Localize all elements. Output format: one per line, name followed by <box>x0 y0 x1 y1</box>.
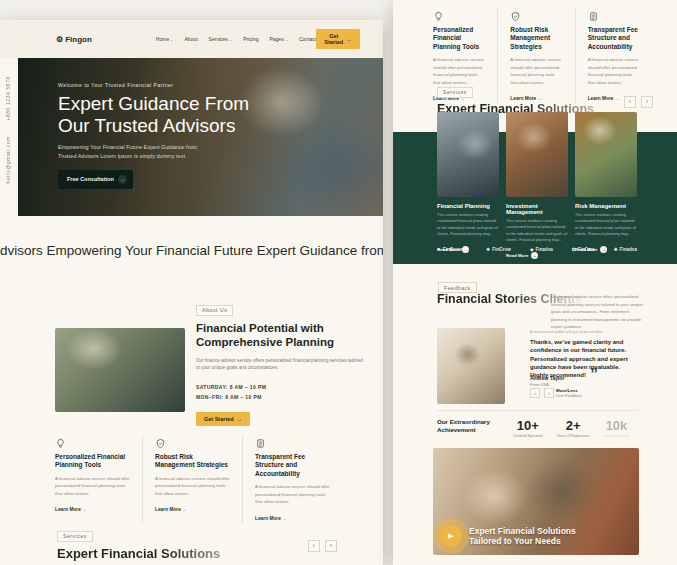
feature-title: Personalized Financial Planning Tools <box>55 453 130 470</box>
hours-weekdays: MON–FRI: 8 AM – 10 PM <box>196 392 372 403</box>
phone-vertical[interactable]: +880 1234 5678 <box>5 76 11 121</box>
left-page-screenshot: ⚙ Fingon Home⌄ About Services⌄ Pricing P… <box>0 20 383 565</box>
opening-hours: SATURDAY: 8 AM – 10 PM MON–FRI: 8 AM – 1… <box>196 382 372 403</box>
next-arrow-button[interactable]: › <box>544 388 554 398</box>
prev-arrow-button[interactable]: ‹ <box>624 96 636 108</box>
logo-mark-icon: ✦ <box>437 247 441 252</box>
service-card-title: Risk Management <box>575 203 637 209</box>
pager-label: More/Less <box>556 388 582 393</box>
video-caption: Expert Financial Solutions Tailored to Y… <box>469 526 576 546</box>
feature-title: Transparent Fee Structure and Accountabi… <box>255 453 330 478</box>
hero-eyebrow: Welcome to Your Trusted Financial Partne… <box>58 82 288 88</box>
about-body: Our finance advisor service offers perso… <box>196 357 364 372</box>
stat-label: Satisfied Clients <box>604 434 630 438</box>
quote-mark-icon: ” <box>590 366 598 384</box>
fee-document-icon <box>588 8 599 19</box>
chevron-down-icon: ⌄ <box>229 37 232 42</box>
play-icon[interactable]: ▶ <box>440 525 462 547</box>
risk-shield-icon <box>510 8 521 19</box>
nav-item-pages[interactable]: Pages⌄ <box>269 36 288 42</box>
services-section-header: Services Expert Financial Solutions ‹ › <box>437 80 653 116</box>
hero-subtitle: Empowering Your Financial Future Expert … <box>58 143 208 161</box>
hero-copy: Welcome to Your Trusted Financial Partne… <box>58 82 288 189</box>
testimonial-arrows: ‹ › <box>530 388 554 398</box>
stat-label: Years Of Experience <box>557 434 590 438</box>
service-card-title: Financial Planning <box>437 203 499 209</box>
about-eyebrow: About Us <box>196 305 233 316</box>
service-card-risk-management: Risk Management This service involves cr… <box>575 112 637 261</box>
learn-more-link[interactable]: Learn More → <box>55 507 87 512</box>
service-card-financial-planning: Financial Planning This service involves… <box>437 112 499 261</box>
feature-body: A financial advisor service should offer… <box>55 475 130 497</box>
testimonial-label: A very massive public acting in to be ex… <box>530 330 603 334</box>
arrow-right-icon: → <box>282 516 287 521</box>
email-vertical[interactable]: hello@gmail.com <box>5 136 11 183</box>
prev-arrow-button[interactable]: ‹ <box>530 388 540 398</box>
marquee-text: Advisors Empowering Your Financial Futur… <box>0 239 383 262</box>
fee-document-icon <box>255 435 266 446</box>
read-more-button[interactable]: Read More→ <box>506 252 538 259</box>
prev-arrow-button[interactable]: ‹ <box>308 540 320 552</box>
marquee-ticker: Advisors Empowering Your Financial Futur… <box>0 238 383 262</box>
carousel-arrows: ‹ › <box>624 96 653 108</box>
service-card-body: This service involves creating customize… <box>506 218 568 243</box>
service-card-body: This service involves creating customize… <box>437 212 499 237</box>
feedback-intro: Our finance advisor service offers perso… <box>551 293 643 331</box>
stats-title: Our Extraordinary Achievement <box>437 418 499 434</box>
testimonial-quote: Thanks, we’ve gained clarity and confide… <box>530 338 640 379</box>
partner-logo: ✪FinCare <box>572 247 595 252</box>
arrow-right-icon: → <box>531 252 538 259</box>
testimonial-origin: From USA <box>530 382 549 387</box>
logo-text: Fingon <box>65 35 92 44</box>
service-card-body: This service involves creating customize… <box>575 212 637 237</box>
feature-title: Robust Risk Management Strategies <box>155 453 230 470</box>
main-nav: Home⌄ About Services⌄ Pricing Pages⌄ Con… <box>156 36 316 42</box>
get-started-button[interactable]: Get Started → <box>316 29 359 49</box>
free-consultation-button[interactable]: Free Consultation → <box>58 170 133 189</box>
nav-item-services[interactable]: Services⌄ <box>209 36 233 42</box>
stat-satisfied-clients: 10k Satisfied Clients <box>604 418 630 438</box>
nav-item-contact[interactable]: Contact <box>299 36 316 42</box>
hero-title: Expert Guidance From Our Trusted Advisor… <box>58 93 288 136</box>
feature-col-risk-management: Robust Risk Management Strategies A fina… <box>142 435 242 524</box>
nav-item-about[interactable]: About <box>185 36 198 42</box>
arrow-right-icon: → <box>346 36 352 42</box>
stat-value: 10+ <box>513 418 543 433</box>
stat-label: Certified Specialist <box>513 434 543 438</box>
video-banner: ▶ Expert Financial Solutions Tailored to… <box>433 448 639 555</box>
services-section-header: Services Expert Financial Solutions ‹ › <box>57 524 337 561</box>
feature-body: A financial advisor service should offer… <box>255 483 330 505</box>
services-title: Expert Financial Solutions <box>57 546 277 561</box>
hero-section: +880 1234 5678 hello@gmail.com Welcome t… <box>0 58 383 216</box>
gear-icon: ⚙ <box>56 35 63 44</box>
nav-item-pricing[interactable]: Pricing <box>243 36 258 42</box>
about-photo <box>55 328 185 412</box>
about-get-started-button[interactable]: Get Started → <box>196 412 250 426</box>
features-row: Personalized Financial Planning Tools A … <box>55 435 342 524</box>
services-eyebrow: Services <box>57 531 93 542</box>
feature-col-planning-tools: Personalized Financial Planning Tools A … <box>55 435 142 524</box>
right-page-screenshot: Personalized Financial Planning Tools A … <box>393 0 677 565</box>
design-canvas: ⚙ Fingon Home⌄ About Services⌄ Pricing P… <box>0 0 677 565</box>
logo[interactable]: ⚙ Fingon <box>56 35 92 44</box>
lightbulb-icon <box>55 435 66 446</box>
service-card-photo <box>437 112 499 197</box>
feature-title: Transparent Fee Structure and Accountabi… <box>588 26 640 51</box>
partner-logo: ❋Finadva <box>614 247 637 252</box>
stat-years-experience: 2+ Years Of Experience <box>557 418 590 438</box>
nav-item-home[interactable]: Home⌄ <box>156 36 174 42</box>
carousel-arrows: ‹ › <box>308 540 337 552</box>
logo-mark-icon: ✪ <box>572 247 576 252</box>
learn-more-link[interactable]: Learn More → <box>155 507 187 512</box>
service-card-photo <box>506 112 568 197</box>
next-arrow-button[interactable]: › <box>641 96 653 108</box>
logo-mark-icon: ❖ <box>486 247 490 252</box>
feature-body: A financial advisor service should offer… <box>155 475 230 497</box>
stat-certified-specialist: 10+ Certified Specialist <box>513 418 543 438</box>
next-arrow-button[interactable]: › <box>325 540 337 552</box>
partner-logo: ❖FinGrow <box>486 247 511 252</box>
feature-col-fee-structure: Transparent Fee Structure and Accountabi… <box>242 435 342 524</box>
learn-more-link[interactable]: Learn More → <box>255 516 287 521</box>
arrow-right-icon: → <box>118 175 127 184</box>
stats-row: Our Extraordinary Achievement 10+ Certif… <box>437 410 638 438</box>
